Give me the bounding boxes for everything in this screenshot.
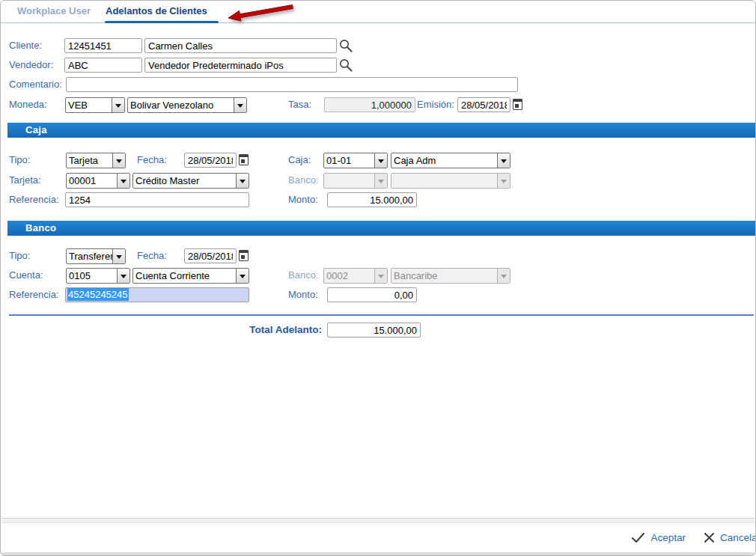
tarjeta-name-dropdown[interactable]: Crédito Master (132, 173, 249, 189)
cuenta-code-dropdown[interactable]: 0105 (66, 268, 130, 284)
caja-referencia-label: Referencia: (9, 192, 58, 207)
cliente-name-input[interactable] (144, 38, 337, 53)
banco-name-dropdown-disabled: Bancaribe (391, 268, 510, 284)
chevron-down-icon[interactable] (117, 269, 129, 283)
vendedor-search-icon[interactable] (338, 58, 353, 73)
chevron-down-icon[interactable] (112, 153, 125, 168)
banco-referencia-label: Referencia: (9, 287, 58, 302)
active-tab-underline (105, 21, 219, 23)
banco-tipo-value: Transferencia (67, 249, 112, 263)
chevron-down-icon[interactable] (117, 174, 129, 188)
caja-caja-label: Caja: (288, 153, 311, 168)
tarjeta-code-value: 00001 (67, 174, 117, 188)
caja-section-header: Caja (7, 123, 756, 138)
banco-tipo-dropdown[interactable]: Transferencia (66, 248, 126, 264)
cliente-code-input[interactable] (64, 38, 142, 53)
chevron-down-icon[interactable] (112, 98, 124, 112)
tasa-label: Tasa: (288, 97, 311, 112)
caja-monto-input[interactable] (327, 192, 417, 207)
banco-referencia-input[interactable]: 45245245245 (65, 287, 249, 302)
cancelar-label: Cancelar (720, 532, 756, 543)
chevron-down-icon[interactable] (236, 174, 249, 188)
total-divider (9, 314, 754, 316)
comentario-label: Comentario: (9, 77, 62, 92)
window-bottom-edge (1, 552, 755, 555)
chevron-down-icon (374, 269, 387, 283)
caja-tipo-label: Tipo: (9, 153, 30, 168)
tab-adelantos-de-clientes[interactable]: Adelantos de Clientes (106, 0, 207, 22)
cuenta-label: Cuenta: (9, 268, 43, 283)
banco-section-header: Banco (7, 221, 756, 236)
banco-calendar-icon[interactable] (239, 250, 249, 261)
adelantos-window: Workplace User Adelantos de Clientes Cli… (0, 0, 756, 556)
banco-banco-label: Banco: (288, 268, 318, 283)
banco-monto-input[interactable] (327, 287, 417, 302)
caja-banco-name-value (391, 174, 497, 188)
caja-banco-name-dropdown-disabled (391, 173, 510, 189)
banco-tipo-label: Tipo: (9, 248, 30, 263)
tab-workplace-user[interactable]: Workplace User (17, 0, 91, 22)
moneda-code-dropdown[interactable]: VEB (65, 97, 125, 113)
caja-monto-label: Monto: (288, 192, 318, 207)
tasa-input (324, 97, 415, 112)
tarjeta-name-value: Crédito Master (133, 174, 236, 188)
footer-bar: Aceptar Cancelar (1, 522, 756, 552)
close-icon (704, 532, 715, 543)
caja-fecha-label: Fecha: (137, 153, 167, 168)
chevron-down-icon (374, 174, 387, 188)
chevron-down-icon[interactable] (112, 249, 125, 263)
banco-code-dropdown-disabled: 0002 (323, 268, 388, 284)
footer-actions: Aceptar Cancelar (631, 523, 756, 552)
moneda-code-value: VEB (66, 98, 112, 112)
cuenta-name-dropdown[interactable]: Cuenta Corriente (132, 268, 249, 284)
chevron-down-icon (497, 174, 510, 188)
chevron-down-icon[interactable] (234, 98, 246, 112)
moneda-name-value: Bolivar Venezolano (128, 98, 234, 112)
caja-calendar-icon[interactable] (239, 154, 249, 165)
cliente-label: Cliente: (9, 38, 42, 53)
tarjeta-label: Tarjeta: (9, 173, 41, 188)
total-adelanto-label: Total Adelanto: (187, 323, 322, 337)
check-icon (631, 532, 645, 543)
selected-text: 45245245245 (67, 288, 129, 301)
banco-fecha-label: Fecha: (137, 248, 167, 263)
caja-banco-label: Banco: (288, 173, 318, 188)
cancelar-button[interactable]: Cancelar (704, 532, 756, 543)
red-arrow-icon (225, 2, 297, 25)
caja-code-value: 01-01 (324, 153, 374, 168)
caja-tipo-dropdown[interactable]: Tarjeta (66, 153, 126, 168)
aceptar-button[interactable]: Aceptar (631, 532, 686, 543)
aceptar-label: Aceptar (650, 532, 686, 543)
tab-bar: Workplace User Adelantos de Clientes (1, 0, 755, 23)
caja-tipo-value: Tarjeta (67, 153, 112, 168)
cuenta-code-value: 0105 (67, 269, 117, 283)
caja-name-value: Caja Adm (391, 153, 497, 168)
caja-referencia-input[interactable] (65, 192, 249, 207)
caja-banco-code-dropdown-disabled (323, 173, 388, 189)
chevron-down-icon[interactable] (236, 269, 249, 283)
total-adelanto-input (327, 323, 421, 337)
moneda-label: Moneda: (9, 97, 47, 112)
comentario-input[interactable] (66, 77, 518, 92)
banco-code-value: 0002 (324, 269, 374, 283)
caja-fecha-input[interactable] (184, 153, 237, 168)
emision-label: Emisión: (417, 97, 454, 112)
emision-calendar-icon[interactable] (513, 99, 522, 110)
banco-fecha-input[interactable] (184, 248, 237, 263)
chevron-down-icon[interactable] (497, 153, 510, 168)
chevron-down-icon (497, 269, 510, 283)
vendedor-code-input[interactable] (64, 58, 142, 73)
emision-date-input[interactable] (457, 97, 510, 112)
caja-name-dropdown[interactable]: Caja Adm (391, 153, 510, 168)
caja-code-dropdown[interactable]: 01-01 (323, 153, 388, 168)
cuenta-name-value: Cuenta Corriente (133, 269, 236, 283)
caja-banco-code-value (324, 174, 374, 188)
banco-name-value: Bancaribe (391, 269, 497, 283)
vendedor-label: Vendedor: (9, 58, 53, 73)
chevron-down-icon[interactable] (374, 153, 387, 168)
vendedor-name-input[interactable] (144, 58, 337, 73)
banco-monto-label: Monto: (288, 287, 318, 302)
tarjeta-code-dropdown[interactable]: 00001 (66, 173, 130, 189)
cliente-search-icon[interactable] (338, 38, 353, 53)
moneda-name-dropdown[interactable]: Bolivar Venezolano (127, 97, 247, 113)
